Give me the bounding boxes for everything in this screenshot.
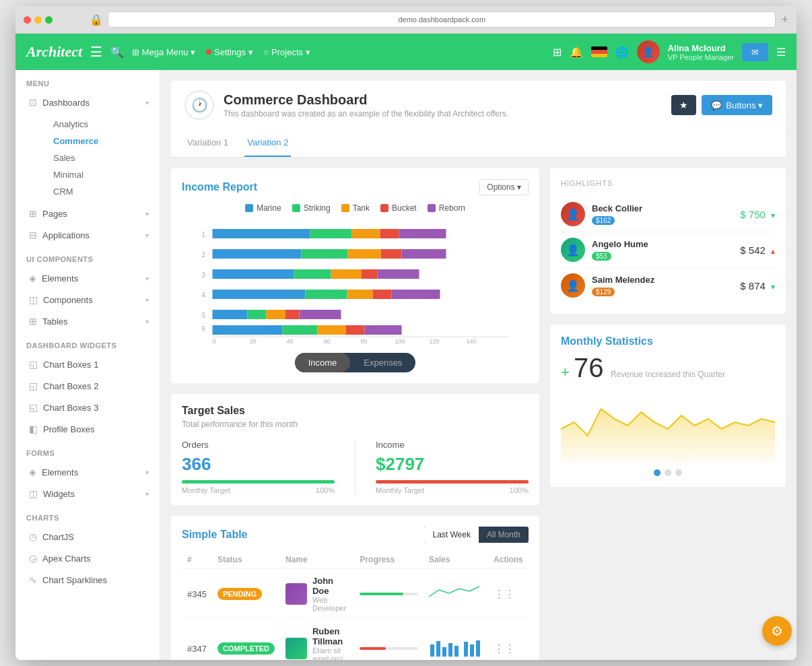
- svg-rect-9: [380, 229, 399, 238]
- settings-item[interactable]: Settings ▾: [206, 47, 253, 57]
- sidebar-item-form-elements[interactable]: ◈ Elements ▾: [15, 461, 160, 483]
- sidebar-item-chart-boxes-3[interactable]: ◱ Chart Boxes 3: [15, 397, 160, 418]
- sidebar-item-dashboards[interactable]: ⊡ Dashboards ▾: [15, 92, 160, 113]
- sales-sub-item[interactable]: Sales: [45, 149, 160, 166]
- sidebar-item-chart-boxes-2[interactable]: ◱ Chart Boxes 2: [15, 375, 160, 397]
- person-role: Etiam sit amet orci eget: [312, 646, 349, 660]
- income-label: Income: [376, 440, 529, 450]
- flag-icon[interactable]: [591, 46, 607, 57]
- analytics-sub-item[interactable]: Analytics: [45, 116, 160, 133]
- carousel-dot-2[interactable]: [665, 469, 671, 476]
- top-nav: Architect ☰ 🔍 ⊞ Mega Menu ▾ Settings ▾ ○…: [15, 34, 797, 70]
- income-item: Income $2797 Monthly Target 100%: [376, 440, 529, 494]
- person-cell: Ruben Tillman Etiam sit amet orci eget: [285, 626, 349, 660]
- monthly-stats-number: 76: [574, 353, 604, 382]
- nav-more-icon[interactable]: ☰: [776, 46, 786, 59]
- row-actions[interactable]: ⋮⋮: [488, 569, 529, 620]
- options-button[interactable]: Options ▾: [479, 179, 529, 195]
- menu-section-label: MENU: [15, 70, 160, 92]
- col-progress: Progress: [354, 551, 424, 569]
- forms-label: FORMS: [15, 440, 160, 461]
- tab-variation-1[interactable]: Variation 1: [184, 129, 231, 157]
- svg-rect-29: [285, 310, 300, 319]
- search-icon[interactable]: 🔍: [110, 46, 124, 59]
- star-button[interactable]: ★: [671, 95, 696, 115]
- commerce-sub-item[interactable]: Commerce: [45, 133, 160, 149]
- table-row: #347 COMPLETED Ruben Tillman Etiam: [182, 620, 529, 661]
- sidebar-item-profile-boxes[interactable]: ◧ Profile Boxes: [15, 418, 160, 440]
- col-name: Name: [280, 551, 354, 569]
- maximize-dot[interactable]: [45, 16, 53, 24]
- row-actions[interactable]: ⋮⋮: [488, 620, 529, 661]
- hamburger-menu[interactable]: ☰: [90, 44, 102, 60]
- sidebar-item-chart-boxes-1[interactable]: ◱ Chart Boxes 1: [15, 354, 160, 375]
- progress-bar: [360, 647, 418, 650]
- sidebar-item-pages[interactable]: ⊞ Pages ▾: [15, 203, 160, 224]
- close-dot[interactable]: [24, 16, 31, 24]
- buttons-dropdown[interactable]: 💬 Buttons ▾: [702, 95, 772, 115]
- legend-dot-reborn: [428, 204, 436, 212]
- income-toggle-btn[interactable]: Income: [295, 353, 351, 372]
- chevron-icon: ▾: [145, 99, 149, 106]
- header-text: Commerce Dashboard This dashboard was cr…: [224, 92, 508, 119]
- nav-right: ⊞ 🔔 🌐 👤 Alina Mclourd VP People Manager …: [553, 40, 786, 63]
- settings-label: Settings ▾: [214, 47, 253, 57]
- crm-sub-item[interactable]: CRM: [45, 183, 160, 200]
- form-elements-chevron: ▾: [145, 469, 149, 476]
- highlights-title: HIGHLIGHTS: [561, 179, 775, 187]
- col-sales: Sales: [424, 551, 488, 569]
- grid-icon[interactable]: ⊞: [553, 46, 562, 59]
- sidebar-item-chartjs[interactable]: ◷ ChartJS: [15, 526, 160, 547]
- sales-sparkline: [429, 638, 483, 658]
- svg-text:80: 80: [361, 338, 368, 343]
- legend-label-reborn: Reborn: [439, 203, 465, 213]
- bell-icon[interactable]: 🔔: [570, 46, 583, 59]
- user-avatar[interactable]: 👤: [637, 40, 660, 63]
- income-value: $2797: [376, 454, 529, 475]
- last-week-filter[interactable]: Last Week: [424, 527, 478, 543]
- status-badge-completed: COMPLETED: [217, 642, 275, 655]
- main-column: Income Report Options ▾ Marine: [171, 168, 539, 660]
- sidebar-item-components[interactable]: ◫ Components ▾: [15, 289, 160, 310]
- row-person: John Doe Web Developer: [280, 569, 354, 620]
- expenses-toggle-btn[interactable]: Expenses: [350, 353, 415, 372]
- projects-item[interactable]: ○ Projects ▾: [264, 47, 310, 57]
- monthly-stats-card: Monthly Statistics + 76 Revenue Increase…: [550, 325, 786, 487]
- sidebar-item-apex-charts[interactable]: ◶ Apex Charts: [15, 547, 160, 569]
- saim-info: Saim Melendez $129: [592, 275, 654, 297]
- nav-action-button[interactable]: ✉: [742, 43, 768, 61]
- svg-text:3: 3: [202, 271, 206, 279]
- all-month-filter[interactable]: All Month: [479, 527, 529, 543]
- svg-rect-51: [470, 644, 474, 657]
- sidebar-item-applications[interactable]: ⊟ Applications ▾: [15, 224, 160, 246]
- header-actions: ★ 💬 Buttons ▾: [671, 95, 772, 115]
- angelo-info: Angelo Hume $53: [592, 239, 648, 261]
- carousel-dot-3[interactable]: [675, 469, 682, 476]
- sidebar-item-widgets[interactable]: ◫ Widgets ▾: [15, 483, 160, 504]
- carousel-dot-1[interactable]: [654, 469, 661, 476]
- minimal-sub-item[interactable]: Minimal: [45, 166, 160, 183]
- components-icon: ◫: [29, 294, 38, 305]
- sidebar-label-sparklines: Chart Sparklines: [42, 575, 107, 585]
- minimize-dot[interactable]: [34, 16, 42, 24]
- plus-sign: +: [561, 364, 574, 380]
- buttons-icon: 💬: [711, 100, 722, 110]
- globe-icon[interactable]: 🌐: [615, 46, 629, 59]
- row-sales: [424, 569, 488, 620]
- row-progress: [354, 620, 424, 661]
- buttons-label: Buttons ▾: [726, 100, 763, 110]
- gear-fab-button[interactable]: ⚙: [762, 616, 792, 646]
- tab-variation-2[interactable]: Variation 2: [244, 129, 291, 157]
- new-tab-button[interactable]: +: [781, 13, 788, 27]
- svg-rect-7: [310, 229, 352, 238]
- sidebar-item-tables[interactable]: ⊞ Tables ▾: [15, 310, 160, 332]
- sidebar-item-elements[interactable]: ◈ Elements ▾: [15, 267, 160, 289]
- angelo-name: Angelo Hume: [592, 239, 648, 249]
- mega-menu-item[interactable]: ⊞ Mega Menu ▾: [132, 47, 195, 57]
- sidebar-item-sparklines[interactable]: ∿ Chart Sparklines: [15, 569, 160, 591]
- pages-icon: ⊞: [29, 208, 37, 219]
- svg-rect-25: [392, 290, 440, 299]
- sparklines-icon: ∿: [29, 574, 37, 585]
- pages-chevron: ▾: [145, 210, 149, 218]
- url-bar[interactable]: demo.dashboardpack.com: [108, 11, 776, 28]
